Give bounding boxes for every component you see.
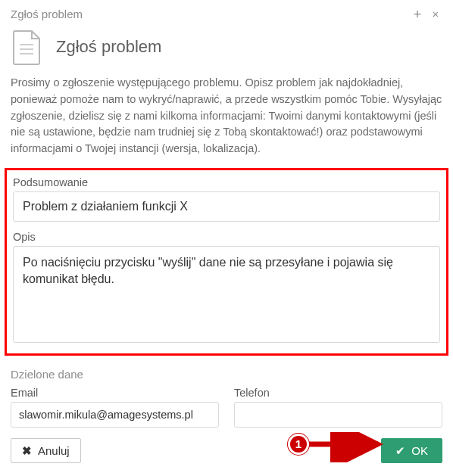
- cancel-button[interactable]: ✖ Anuluj: [11, 438, 81, 463]
- dialog-title: Zgłoś problem: [11, 8, 83, 20]
- contact-row: Email Telefon: [0, 384, 453, 428]
- intro-text: Prosimy o zgłoszenie występującego probl…: [0, 75, 453, 165]
- form-highlight: Podsumowanie Opis: [5, 168, 448, 356]
- actions-row: ✖ Anuluj 1 ✔ OK: [0, 428, 453, 474]
- email-input[interactable]: [11, 402, 219, 428]
- ok-label: OK: [411, 444, 428, 457]
- dialog-header: Zgłoś problem: [0, 23, 453, 75]
- cancel-label: Anuluj: [38, 444, 70, 457]
- dialog-heading: Zgłoś problem: [56, 37, 161, 57]
- phone-input[interactable]: [234, 402, 442, 428]
- summary-input[interactable]: [13, 191, 440, 222]
- annotation-arrow: [290, 432, 389, 465]
- ok-button[interactable]: ✔ OK: [381, 438, 442, 463]
- plus-icon[interactable]: +: [411, 9, 424, 20]
- x-icon: ✖: [22, 445, 32, 456]
- titlebar: Zgłoś problem + ×: [0, 0, 453, 23]
- description-label: Opis: [13, 231, 440, 243]
- annotation-marker: 1: [288, 434, 309, 455]
- document-icon: [11, 28, 44, 66]
- phone-label: Telefon: [234, 387, 442, 399]
- shared-data-title: Dzielone dane: [0, 360, 453, 384]
- summary-label: Podsumowanie: [13, 176, 440, 188]
- close-icon[interactable]: ×: [429, 8, 442, 20]
- email-label: Email: [11, 387, 219, 399]
- check-icon: ✔: [395, 445, 405, 456]
- description-textarea[interactable]: [13, 246, 440, 343]
- report-problem-dialog: Zgłoś problem + × Zgłoś problem Prosimy …: [0, 0, 453, 474]
